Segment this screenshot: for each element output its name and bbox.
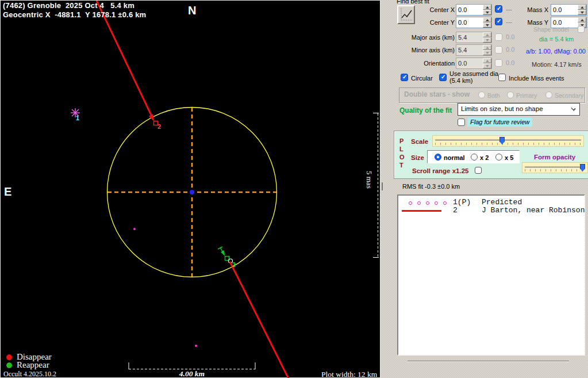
double-stars-label: Double stars - show bbox=[404, 90, 470, 98]
app-version-label: Occult 4.2025.10.2 bbox=[3, 370, 56, 378]
spin-up-button[interactable] bbox=[483, 5, 491, 10]
plot-graphics bbox=[1, 1, 381, 378]
form-opacity-label[interactable]: Form opacity bbox=[534, 154, 575, 161]
slider-ticks bbox=[435, 143, 581, 145]
plot-title-line1: (7462) Grenoble 2025 Oct 4 5.4 km bbox=[3, 1, 134, 10]
major-axis-checkbox bbox=[495, 33, 502, 41]
observer-list[interactable]: 1(P) Predicted 2 J Barton, near Robinson bbox=[397, 194, 585, 356]
plot-title-line2: Geocentric X -4881.1 Y 1678.1 ±0.6 km bbox=[3, 10, 146, 19]
center-x-input[interactable]: 0.0 bbox=[456, 4, 492, 16]
shape-model-checkbox bbox=[578, 26, 585, 33]
double-stars-secondary-radio bbox=[545, 91, 552, 98]
center-dot bbox=[190, 190, 194, 194]
size-normal-label: normal bbox=[444, 154, 465, 161]
spin-up-button[interactable] bbox=[578, 17, 586, 22]
spin-up-button[interactable] bbox=[483, 17, 491, 22]
observer-id: 1(P) bbox=[453, 198, 471, 207]
center-y-checkbox[interactable] bbox=[495, 18, 502, 25]
mass-x-input[interactable]: 0.0 bbox=[551, 4, 587, 16]
scale-bar-label: 4.00 km bbox=[173, 369, 211, 378]
slider-ticks bbox=[525, 169, 585, 171]
rms-fit-label: RMS fit -0.3 ±0.0 km bbox=[402, 183, 460, 190]
plot-settings-group: P L O T Scale Size normal x 2 x 5 Form o… bbox=[394, 131, 588, 179]
plot-letter: L bbox=[399, 146, 403, 152]
plot-width-label: Plot width: 12 km bbox=[321, 370, 377, 378]
center-x-spinner[interactable] bbox=[483, 5, 491, 15]
include-miss-events-checkbox[interactable] bbox=[498, 74, 506, 81]
bottom-separator bbox=[408, 361, 569, 361]
flag-review-label: Flag for future review bbox=[467, 117, 532, 127]
scale-bar bbox=[129, 362, 255, 369]
flag-review-checkbox[interactable] bbox=[458, 119, 465, 126]
spin-down-button[interactable] bbox=[483, 10, 491, 15]
scale-slider[interactable] bbox=[432, 135, 584, 147]
form-opacity-slider[interactable] bbox=[522, 162, 588, 173]
slider-track bbox=[525, 166, 585, 168]
center-x-checkbox[interactable] bbox=[495, 5, 502, 13]
slider-track bbox=[435, 139, 581, 141]
fit-control-panel: Find best fit Center X 0.0 --- Mass X 0.… bbox=[381, 0, 588, 378]
spin-down-button[interactable] bbox=[483, 22, 491, 28]
center-y-value[interactable]: 0.0 bbox=[456, 17, 483, 28]
predicted-chord-dot bbox=[133, 228, 136, 230]
shape-model-label: Shape model bbox=[533, 26, 569, 33]
mas-scale-bracket bbox=[373, 113, 379, 258]
mass-y-label: Mass Y bbox=[521, 19, 548, 26]
size-x2-radio[interactable] bbox=[471, 154, 478, 161]
compass-north-label: N bbox=[188, 4, 196, 17]
orientation-checkbox bbox=[495, 59, 502, 67]
observer-id: 2 bbox=[453, 206, 458, 215]
motion-text: Motion: 4.17 km/s bbox=[532, 61, 582, 68]
double-stars-primary-label: Primary bbox=[516, 92, 537, 99]
plot-letter: P bbox=[399, 138, 403, 144]
mass-x-value[interactable]: 0.0 bbox=[551, 5, 578, 15]
quality-of-fit-label: Quality of the fit bbox=[399, 106, 452, 114]
size-x5-label: x 5 bbox=[505, 154, 513, 161]
mas-scale-label: 5 mas bbox=[364, 171, 374, 189]
major-axis-label: Major axis (km) bbox=[395, 34, 455, 41]
size-label: Size bbox=[411, 154, 424, 161]
compass-east-label: E bbox=[4, 185, 11, 198]
include-miss-events-label: Include Miss events bbox=[509, 75, 564, 82]
diameter-text: dia = 5.4 km bbox=[539, 36, 574, 43]
spin-down-button[interactable] bbox=[578, 10, 586, 15]
reappear-marker-label: 2 bbox=[232, 261, 236, 268]
center-y-dash: --- bbox=[506, 18, 512, 25]
plot-letter: O bbox=[399, 154, 405, 161]
circular-label: Circular bbox=[411, 75, 433, 82]
fit-chart-icon bbox=[398, 6, 414, 23]
spin-up-button[interactable] bbox=[578, 5, 586, 10]
center-x-value[interactable]: 0.0 bbox=[456, 5, 483, 15]
disappear-dot-icon bbox=[6, 354, 12, 360]
use-assumed-dia-label: Use assumed dia (5.4 km) bbox=[449, 70, 502, 84]
axis-ratio-text: a/b: 1.00, dMag: 0.00 bbox=[526, 48, 586, 55]
minor-axis-value: 5.4 bbox=[456, 45, 483, 55]
reappear-arrowhead bbox=[221, 250, 225, 256]
observed-chord-egress bbox=[230, 262, 289, 378]
mass-x-spinner[interactable] bbox=[578, 5, 586, 15]
reappear-marker-group bbox=[218, 247, 233, 263]
circular-checkbox[interactable] bbox=[401, 74, 408, 81]
legend-reappear-row: Reappear bbox=[6, 360, 49, 370]
size-x5-radio[interactable] bbox=[495, 154, 502, 161]
quality-of-fit-dropdown[interactable]: Limits on size, but no shape bbox=[458, 103, 580, 116]
chord-arrowhead bbox=[149, 114, 154, 121]
major-axis-value: 5.4 bbox=[456, 32, 483, 43]
double-stars-primary-radio bbox=[507, 91, 514, 98]
splitter-handle[interactable] bbox=[382, 182, 383, 190]
mass-x-label: Mass X bbox=[521, 6, 548, 13]
center-y-input[interactable]: 0.0 bbox=[456, 17, 492, 28]
occult-window: (7462) Grenoble 2025 Oct 4 5.4 km Geocen… bbox=[0, 0, 588, 378]
use-assumed-dia-checkbox[interactable] bbox=[439, 74, 447, 81]
size-x2-label: x 2 bbox=[480, 154, 489, 161]
occultation-plot-canvas[interactable]: (7462) Grenoble 2025 Oct 4 5.4 km Geocen… bbox=[0, 0, 381, 378]
center-x-label: Center X bbox=[413, 6, 455, 13]
orientation-value: 0.0 bbox=[456, 58, 483, 68]
chevron-down-icon bbox=[571, 106, 575, 110]
find-best-fit-label: Find best fit bbox=[397, 0, 429, 5]
size-normal-radio[interactable] bbox=[435, 154, 441, 161]
scroll-range-checkbox[interactable] bbox=[475, 167, 482, 174]
center-y-spinner[interactable] bbox=[483, 17, 491, 28]
predicted-chord-swatch bbox=[409, 201, 447, 205]
orientation-input: 0.0 bbox=[456, 58, 492, 69]
